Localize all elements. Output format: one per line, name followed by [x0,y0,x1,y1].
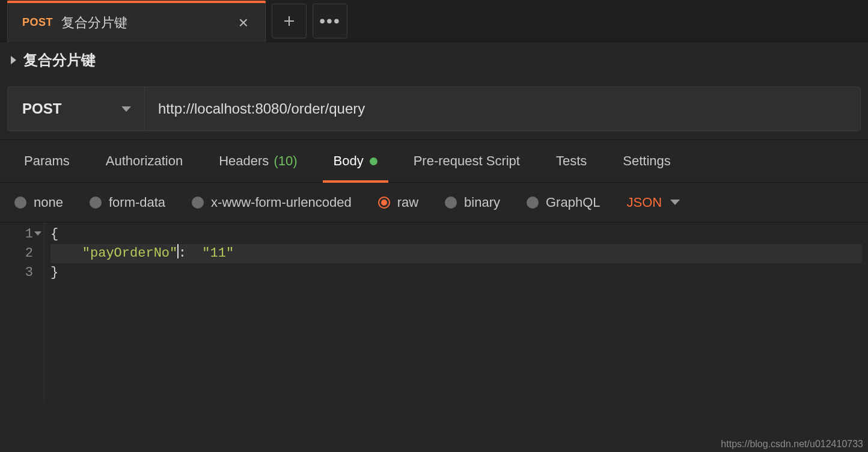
tab-title: 复合分片键 [61,14,236,32]
code-colon: : [179,246,186,261]
line-number: 2 [0,244,33,263]
code-key: "payOrderNo" [82,246,177,261]
tab-headers-count: (10) [274,153,297,169]
radio-graphql-label: GraphQL [546,195,601,210]
tab-authorization[interactable]: Authorization [88,140,201,182]
request-name[interactable]: 复合分片键 [23,50,96,70]
radio-graphql[interactable]: GraphQL [527,195,601,210]
radio-form-data[interactable]: form-data [90,195,165,210]
url-wrap: POST [7,87,861,131]
tab-settings[interactable]: Settings [605,140,689,182]
request-tab[interactable]: POST 复合分片键 × [7,2,266,42]
dot-icon [370,157,377,165]
radio-icon [445,197,457,209]
new-tab-button[interactable] [272,4,307,38]
tab-headers-label: Headers [219,153,269,169]
caret-right-icon[interactable] [11,56,16,64]
line-number: 3 [0,263,33,282]
url-input[interactable] [145,87,860,130]
editor-gutter: 1 2 3 [0,222,44,403]
tab-pre-request[interactable]: Pre-request Script [396,140,538,182]
code-line-2: "payOrderNo": "11" [50,244,862,263]
url-row: POST [0,78,868,139]
code-value: "11" [202,246,234,261]
radio-form-data-label: form-data [109,195,165,210]
radio-icon [192,197,204,209]
body-editor[interactable]: 1 2 3 { "payOrderNo": "11" } [0,222,868,403]
tab-params[interactable]: Params [6,140,88,182]
radio-icon [527,197,539,209]
tab-strip: POST 复合分片键 × ••• [0,0,868,42]
radio-binary[interactable]: binary [445,195,500,210]
request-subtabs: Params Authorization Headers (10) Body P… [0,139,868,183]
editor-code[interactable]: { "payOrderNo": "11" } [44,222,868,403]
method-select[interactable]: POST [8,87,145,130]
radio-icon [378,197,390,209]
body-lang-select[interactable]: JSON [627,195,680,210]
chevron-down-icon [121,106,131,112]
tab-body-label: Body [334,153,364,169]
radio-icon [14,197,26,209]
radio-raw[interactable]: raw [378,195,418,210]
fold-icon[interactable] [34,231,41,236]
radio-none[interactable]: none [14,195,63,210]
tab-overflow-button[interactable]: ••• [313,4,347,38]
radio-urlencoded[interactable]: x-www-form-urlencoded [192,195,352,210]
request-title-row: 复合分片键 [0,42,868,78]
line-number: 1 [25,227,33,242]
tab-tests[interactable]: Tests [538,140,605,182]
method-label: POST [22,100,61,117]
tab-headers[interactable]: Headers (10) [201,140,315,182]
close-icon[interactable]: × [236,13,251,32]
tab-method-badge: POST [22,16,53,29]
radio-binary-label: binary [464,195,500,210]
radio-urlencoded-label: x-www-form-urlencoded [211,195,352,210]
body-type-row: none form-data x-www-form-urlencoded raw… [0,183,868,222]
tab-body[interactable]: Body [316,140,396,182]
code-brace-open: { [50,227,58,242]
radio-raw-label: raw [397,195,418,210]
plus-icon [282,14,296,28]
watermark: https://blog.csdn.net/u012410733 [721,439,863,450]
code-brace-close: } [50,265,58,280]
body-lang-label: JSON [627,195,662,210]
radio-icon [90,197,102,209]
radio-none-label: none [34,195,63,210]
chevron-down-icon [670,200,680,205]
